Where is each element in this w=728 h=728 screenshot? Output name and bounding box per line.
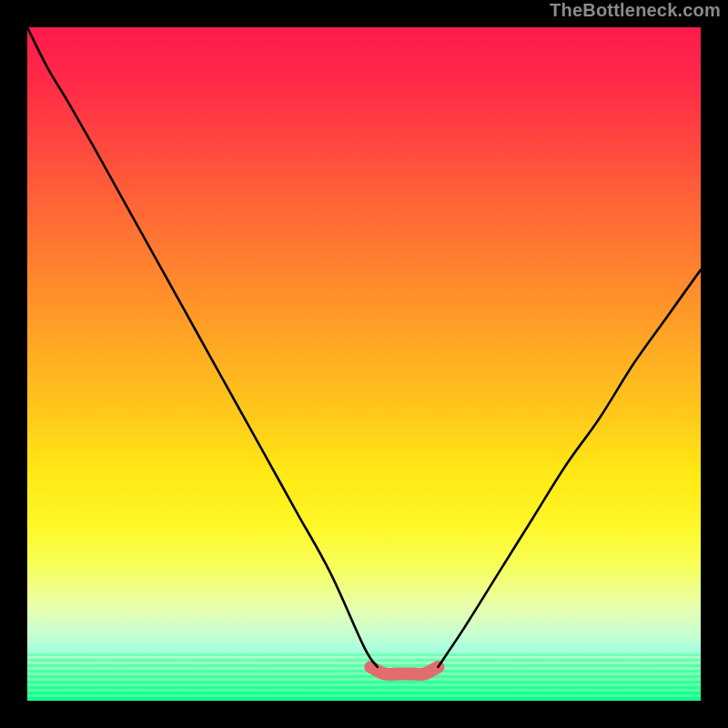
valley-highlight xyxy=(370,667,438,674)
watermark-text: TheBottleneck.com xyxy=(550,0,721,21)
left-branch-curve xyxy=(27,27,378,667)
plot-area xyxy=(27,27,701,701)
right-branch-curve xyxy=(438,269,701,667)
curve-layer xyxy=(27,27,701,701)
chart-frame: TheBottleneck.com xyxy=(0,0,728,728)
